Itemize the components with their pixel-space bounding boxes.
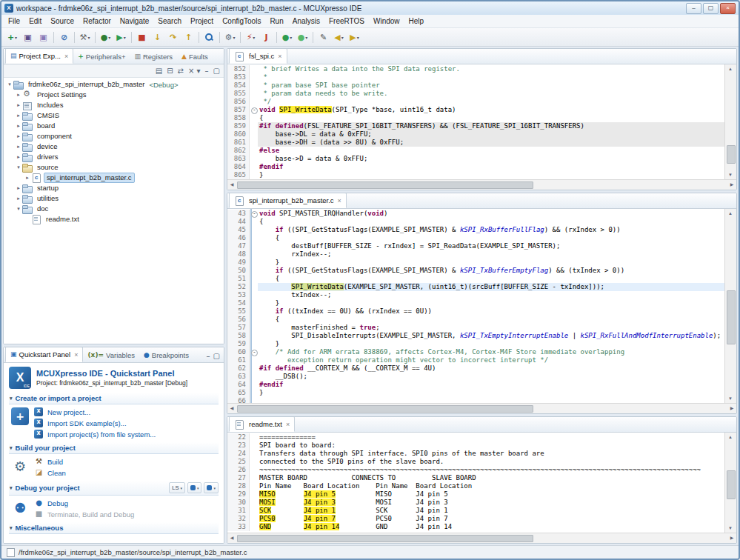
code-line[interactable]: 52 SPI_WriteData(EXAMPLE_SPI_MASTER, (ui… <box>227 283 724 291</box>
maximize-view-button[interactable]: ▢ <box>213 67 220 75</box>
dropdown-arrow-icon[interactable]: ▾ <box>197 486 199 490</box>
code-line[interactable]: 25connected to the SPI0 pins of the slav… <box>227 458 724 466</box>
code-line[interactable]: 860 base->DL = data & 0xFFU; <box>227 130 724 139</box>
code-line[interactable]: 43-void SPI_MASTER_IRQHandler(void) <box>227 210 724 218</box>
tree-item-startup[interactable]: ▸startup <box>4 183 224 193</box>
code-line[interactable]: 49 } <box>227 259 724 267</box>
code-line[interactable]: 59 } <box>227 340 724 348</box>
scroll-down-icon[interactable]: ▼ <box>725 524 736 533</box>
flash-programmer-button[interactable]: ⚡▾ <box>243 30 259 44</box>
fold-collapse-icon[interactable]: - <box>251 107 258 114</box>
vertical-scrollbar[interactable]: ▲ ▼ <box>724 433 736 533</box>
tree-item-utilities[interactable]: ▸utilities <box>4 193 224 204</box>
code-line[interactable]: 54 } <box>227 299 724 307</box>
dropdown-arrow-icon[interactable]: ▾ <box>87 35 90 40</box>
code-line[interactable]: 852 * brief Writes a data into the SPI d… <box>227 65 724 73</box>
code-line[interactable]: 64#endif <box>227 381 724 389</box>
dropdown-arrow-icon[interactable]: ▾ <box>180 486 182 490</box>
code-line[interactable]: 861 base->DH = (data >> 8U) & 0xFFU; <box>227 139 724 147</box>
code-area[interactable]: 43-void SPI_MASTER_IRQHandler(void)44{45… <box>227 209 724 403</box>
code-line[interactable]: 56 { <box>227 316 724 324</box>
section-header-debug-your-project[interactable]: ▾Debug your projectLS▾▾▾ <box>9 481 219 496</box>
expander-icon[interactable]: ▸ <box>15 92 22 98</box>
horizontal-scrollbar[interactable]: ◀ ▶ <box>227 403 736 413</box>
editor-tab-spi-master[interactable]: spi_interrupt_b2b_master.c × <box>229 193 347 208</box>
dropdown-arrow-icon[interactable]: ▾ <box>124 35 126 40</box>
import-project-s-from-file-system-link[interactable]: Import project(s) from file system... <box>34 430 156 439</box>
terminate-build-and-debug-link[interactable]: ■Terminate, Build and Debug <box>34 510 134 519</box>
code-line[interactable]: 62#if defined __CORTEX_M && (__CORTEX_M … <box>227 364 724 373</box>
filter-button[interactable]: × ▾ <box>188 67 201 75</box>
code-line[interactable]: 27MASTER BOARD CONNECTS TO SLAVE BOARD <box>227 474 724 482</box>
menu-source[interactable]: Source <box>46 16 79 26</box>
vertical-scrollbar[interactable]: ▲ ▼ <box>724 209 736 403</box>
code-line[interactable]: 57 masterFinished = true; <box>227 324 724 332</box>
code-line[interactable]: 29MISO J4 pin 5 MISO J4 pin 5 <box>227 490 724 499</box>
probe-status-2-button[interactable]: ●▾ <box>295 30 310 44</box>
code-area[interactable]: 22==============23SPI board to board:24T… <box>227 433 724 533</box>
menu-run[interactable]: Run <box>265 16 287 26</box>
scroll-left-icon[interactable]: ◀ <box>227 180 236 189</box>
tree-item-doc[interactable]: ▾doc <box>4 204 224 214</box>
back-button[interactable]: ◀▾ <box>331 30 347 44</box>
title-bar[interactable]: X workspace - frdmke06z_spi_interrupt_b2… <box>1 1 739 15</box>
scroll-up-icon[interactable]: ▲ <box>725 209 736 218</box>
code-line[interactable]: 864#endif <box>227 163 724 171</box>
minimize-view-button[interactable]: – <box>205 67 209 75</box>
run-button[interactable]: ▶▾ <box>113 30 129 44</box>
scroll-right-icon[interactable]: ▶ <box>727 404 736 413</box>
close-tab-icon[interactable]: × <box>286 421 290 428</box>
menu-file[interactable]: File <box>4 16 24 26</box>
collapse-icon[interactable]: ▾ <box>10 445 13 451</box>
collapse-all-button[interactable]: ⊟ <box>167 67 173 75</box>
scroll-left-icon[interactable]: ◀ <box>227 404 236 413</box>
expander-icon[interactable]: ▾ <box>15 164 22 170</box>
code-line[interactable]: 46 { <box>227 234 724 242</box>
code-line[interactable]: 30MOSI J4 pin 3 MOSI J4 pin 3 <box>227 499 724 507</box>
linkserver-debug-dropdown[interactable]: LS▾ <box>169 482 185 493</box>
dropdown-arrow-icon[interactable]: ▾ <box>305 35 307 40</box>
tree-item-project-settings[interactable]: ▸Project Settings <box>4 90 224 100</box>
menu-window[interactable]: Window <box>369 16 404 26</box>
build-button[interactable]: ⚒▾ <box>77 30 93 44</box>
section-header-create-or-import-a-project[interactable]: ▾Create or import a project <box>9 393 219 404</box>
code-line[interactable]: 26~~~~~~~~~~~~~~~~~~~~~~~~~~~~~~~~~~~~~~… <box>227 466 724 474</box>
horizontal-scrollbar[interactable]: ◀ ▶ <box>227 179 736 190</box>
config-tools-button[interactable]: ⚙▾ <box>222 30 238 44</box>
import-sdk-example-s-link[interactable]: Import SDK example(s)... <box>34 419 156 427</box>
view-menu-icon[interactable]: ▤ <box>156 67 162 75</box>
tree-item-source[interactable]: ▾source <box>4 162 224 173</box>
dropdown-arrow-icon[interactable]: ▾ <box>15 35 17 40</box>
gui-flash-button[interactable]: J <box>259 30 274 44</box>
dropdown-arrow-icon[interactable]: ▾ <box>108 35 110 40</box>
tab-quickstart-panel[interactable]: ▣Quickstart Panel× <box>5 347 83 362</box>
dropdown-arrow-icon[interactable]: ▾ <box>233 35 235 40</box>
menu-refactor[interactable]: Refactor <box>79 16 116 26</box>
tree-item-spi-interrupt-b2b-master-c[interactable]: ▸spi_interrupt_b2b_master.c <box>4 173 224 183</box>
code-line[interactable]: 47 destBuff[BUFFER_SIZE - rxIndex] = SPI… <box>227 242 724 250</box>
code-line[interactable]: 28Pin Name Board Location Pin Name Board… <box>227 482 724 490</box>
scrollbar-thumb[interactable] <box>237 535 533 542</box>
code-line[interactable]: 862#else <box>227 147 724 155</box>
menu-analysis[interactable]: Analysis <box>288 16 324 26</box>
scrollbar-thumb[interactable] <box>237 181 533 189</box>
new-wizard-button[interactable]: +▾ <box>4 30 20 44</box>
code-line[interactable]: 63 __DSB(); <box>227 373 724 381</box>
pemicro-debug-dropdown[interactable]: ▾ <box>187 482 202 493</box>
code-line[interactable]: 60- /* Add for ARM errata 838869, affect… <box>227 348 724 356</box>
tree-item-board[interactable]: ▸board <box>4 121 224 131</box>
code-line[interactable]: 863 base->D = data & 0xFFU; <box>227 155 724 163</box>
menu-freertos[interactable]: FreeRTOS <box>324 16 369 26</box>
dropdown-arrow-icon[interactable]: ▾ <box>213 486 216 490</box>
tab-registers[interactable]: ▥Registers <box>130 50 177 64</box>
scroll-up-icon[interactable]: ▲ <box>725 64 736 73</box>
scrollbar-thumb[interactable] <box>727 470 736 499</box>
tree-item-cmsis[interactable]: ▸CMSIS <box>4 110 224 121</box>
code-line[interactable]: 61 exception return operation might vect… <box>227 356 724 364</box>
step-return-button[interactable]: ↑ <box>181 30 196 44</box>
close-tab-icon[interactable]: × <box>64 53 68 60</box>
expander-icon[interactable]: ▸ <box>15 185 22 191</box>
dropdown-arrow-icon[interactable]: ▾ <box>290 35 292 40</box>
code-line[interactable]: 66 <box>227 397 724 403</box>
save-all-button[interactable]: ▣ <box>36 30 51 44</box>
